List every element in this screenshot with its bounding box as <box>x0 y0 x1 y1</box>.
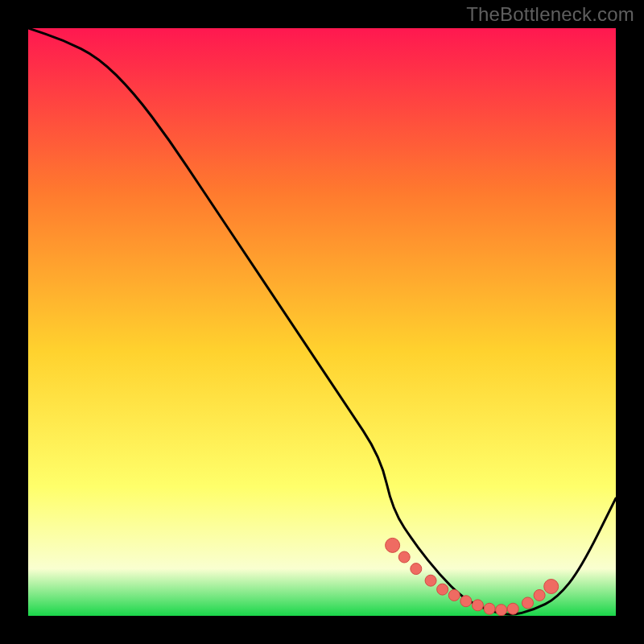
gradient-background <box>28 28 616 616</box>
trough-marker <box>496 605 507 616</box>
trough-marker <box>507 603 518 614</box>
trough-marker <box>425 575 436 586</box>
trough-marker <box>522 597 534 609</box>
trough-marker <box>534 589 545 601</box>
trough-marker <box>544 580 559 594</box>
trough-marker <box>448 589 460 601</box>
trough-marker <box>460 596 472 607</box>
trough-marker <box>437 584 448 595</box>
chart-svg <box>28 28 616 616</box>
trough-marker <box>411 564 422 575</box>
watermark-text: TheBottleneck.com <box>466 3 634 26</box>
trough-marker <box>398 551 410 563</box>
chart-frame: TheBottleneck.com <box>0 0 644 644</box>
plot-area <box>28 28 616 616</box>
trough-marker <box>386 538 400 552</box>
trough-marker <box>472 600 483 611</box>
trough-marker <box>484 603 495 614</box>
